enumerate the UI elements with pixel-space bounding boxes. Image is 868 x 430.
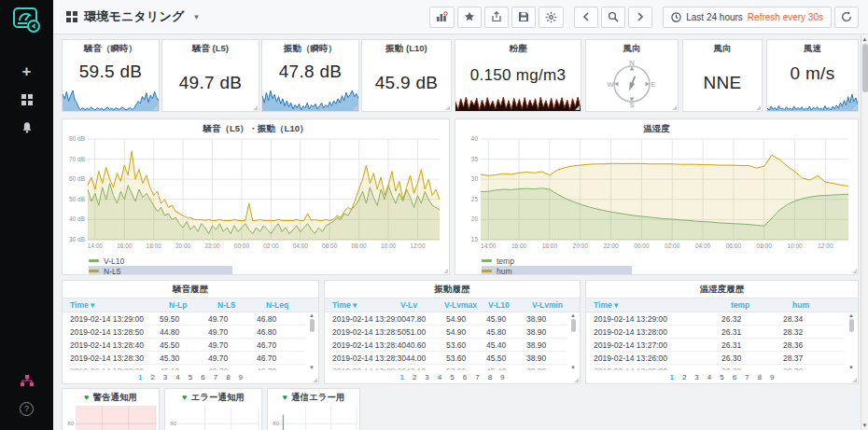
page-number-9[interactable]: 9 [770, 373, 774, 381]
page-number-5[interactable]: 5 [720, 373, 723, 381]
column-header-V-Lvmin[interactable]: V-Lvmin [532, 300, 576, 310]
page-number-4[interactable]: 4 [707, 373, 711, 381]
page-number-8[interactable]: 8 [758, 373, 762, 381]
panel-title[interactable]: 騒音 (L5) [162, 40, 259, 55]
page-number-9[interactable]: 9 [239, 373, 243, 381]
column-header-V-Lv[interactable]: V-Lv [400, 300, 444, 310]
panel-title[interactable]: 振動（瞬時） [262, 40, 358, 55]
page-number-3[interactable]: 3 [694, 373, 698, 381]
page-number-1[interactable]: 1 [138, 373, 142, 381]
panel-title[interactable]: 騒音（L5）・振動（L10） [63, 119, 449, 135]
page-number-6[interactable]: 6 [201, 373, 204, 381]
panel-title[interactable]: 騒音（瞬時） [63, 40, 159, 55]
table-row[interactable]: 2019-02-14 13:28:2043.1053.6045.4038.90 [332, 365, 567, 370]
table-row[interactable]: 2019-02-14 13:28:5051.0054.9045.8038.90 [332, 326, 567, 339]
page-number-7[interactable]: 7 [475, 373, 479, 381]
dashboard-title-button[interactable]: 環境モニタリング ▼ [66, 8, 200, 25]
legend-item-V-L10[interactable]: V-L10 [89, 256, 449, 266]
page-number-2[interactable]: 2 [413, 373, 416, 381]
table-scroll-down-arrow[interactable]: ▼ [570, 365, 576, 370]
panel-title[interactable]: 風向 [586, 40, 678, 55]
panel-title[interactable]: 温湿度履歴 [586, 281, 858, 296]
column-header-N-Lp[interactable]: N-Lp [169, 300, 217, 310]
column-header-N-L5[interactable]: N-L5 [217, 300, 266, 310]
share-dashboard-button[interactable] [484, 7, 509, 28]
page-number-8[interactable]: 8 [226, 373, 230, 381]
table-scrollbar[interactable]: ▲▼ [847, 312, 856, 370]
legend-item-temp[interactable]: temp [482, 256, 858, 266]
page-number-2[interactable]: 2 [150, 373, 154, 381]
table-scroll-down-arrow[interactable]: ▼ [848, 365, 854, 370]
table-row[interactable]: 2019-02-14 13:29:0059.5049.7046.80 [70, 312, 305, 326]
table-row[interactable]: 2019-02-14 13:28:3044.0053.6045.5038.90 [332, 352, 567, 365]
table-scrollbar-thumb[interactable] [310, 319, 315, 332]
table-scroll-down-arrow[interactable]: ▼ [309, 365, 315, 370]
table-scrollbar[interactable]: ▲▼ [307, 312, 316, 370]
refresh-button[interactable] [834, 7, 859, 28]
page-number-1[interactable]: 1 [669, 373, 673, 381]
table-scrollbar[interactable]: ▲▼ [568, 312, 578, 370]
panel-title[interactable]: 風速 [767, 40, 858, 55]
dashboards-grid-icon[interactable] [0, 86, 53, 114]
table-row[interactable]: 2019-02-14 13:28:4045.5049.7046.70 [70, 339, 305, 352]
time-shift-forward-button[interactable] [628, 7, 652, 28]
page-number-7[interactable]: 7 [745, 373, 749, 381]
panel-title[interactable]: 粉塵 [455, 40, 581, 55]
table-scrollbar-thumb[interactable] [849, 319, 854, 332]
time-picker-button[interactable]: Last 24 hours Refresh every 30s [663, 7, 832, 28]
org-switcher-icon[interactable] [0, 367, 53, 395]
table-row[interactable]: 2019-02-14 13:28:3045.3049.7046.70 [70, 352, 305, 365]
column-header-Time[interactable]: Time ▾ [332, 300, 400, 310]
page-scrollbar[interactable]: ▲ ▼ [861, 35, 868, 430]
column-header-V-Lvmax[interactable]: V-Lvmax [444, 300, 488, 310]
column-header-temp[interactable]: temp [731, 300, 792, 310]
table-row[interactable]: 2019-02-14 13:28:2045.1049.7046.70 [70, 365, 305, 370]
column-header-V-L10[interactable]: V-L10 [488, 300, 532, 310]
star-dashboard-button[interactable] [457, 7, 482, 28]
time-shift-back-button[interactable] [574, 7, 598, 28]
create-plus-icon[interactable]: + [0, 58, 53, 86]
table-row[interactable]: 2019-02-14 13:26:0026.3028.37 [594, 352, 845, 365]
add-panel-button[interactable] [429, 7, 455, 28]
page-number-4[interactable]: 4 [175, 373, 179, 381]
table-row[interactable]: 2019-02-14 13:28:0026.3128.32 [594, 326, 845, 339]
table-scroll-up-arrow[interactable]: ▲ [570, 312, 576, 318]
table-row[interactable]: 2019-02-14 13:29:0047.8054.9045.9038.90 [332, 312, 567, 326]
table-row[interactable]: 2019-02-14 13:28:4040.6053.6045.4038.90 [332, 339, 567, 352]
column-header-Time[interactable]: Time ▾ [70, 300, 169, 310]
table-row[interactable]: 2019-02-14 13:27:0026.3128.36 [594, 339, 845, 352]
page-number-7[interactable]: 7 [214, 373, 217, 381]
app-logo[interactable] [0, 0, 53, 41]
legend-item-hum[interactable]: hum [482, 266, 632, 275]
page-number-5[interactable]: 5 [450, 373, 454, 381]
page-number-5[interactable]: 5 [189, 373, 192, 381]
alerting-bell-icon[interactable] [0, 114, 53, 142]
table-scrollbar-thumb[interactable] [571, 319, 576, 332]
table-scroll-up-arrow[interactable]: ▲ [309, 312, 315, 318]
page-number-6[interactable]: 6 [733, 373, 736, 381]
page-number-6[interactable]: 6 [463, 373, 467, 381]
scrollbar-thumb[interactable] [862, 44, 868, 92]
save-dashboard-button[interactable] [511, 7, 536, 28]
table-row[interactable]: 2019-02-14 13:29:0026.3228.34 [594, 312, 845, 326]
page-number-2[interactable]: 2 [682, 373, 686, 381]
panel-title[interactable]: 騒音履歴 [63, 281, 318, 296]
panel-title[interactable]: 振動 (L10) [362, 40, 451, 55]
legend-item-N-L5[interactable]: N-L5 [89, 266, 232, 275]
table-scroll-up-arrow[interactable]: ▲ [848, 312, 854, 318]
column-header-Time[interactable]: Time ▾ [594, 300, 731, 310]
table-row[interactable]: 2019-02-14 13:28:5044.8049.7046.80 [70, 326, 305, 339]
scroll-up-arrow[interactable]: ▲ [862, 35, 868, 44]
page-number-8[interactable]: 8 [488, 373, 492, 381]
panel-title[interactable]: 振動履歴 [325, 281, 580, 296]
column-header-N-Leq[interactable]: N-Leq [266, 300, 315, 310]
page-number-3[interactable]: 3 [163, 373, 167, 381]
page-number-1[interactable]: 1 [399, 373, 403, 381]
panel-title[interactable]: 風向 [683, 40, 762, 55]
help-icon[interactable]: ? [0, 395, 53, 423]
settings-button[interactable] [539, 7, 564, 28]
column-header-hum[interactable]: hum [792, 300, 854, 310]
table-row[interactable]: 2019-02-14 13:25:0026.3028.39 [594, 365, 845, 370]
page-number-4[interactable]: 4 [438, 373, 441, 381]
scroll-down-arrow[interactable]: ▼ [862, 421, 868, 430]
